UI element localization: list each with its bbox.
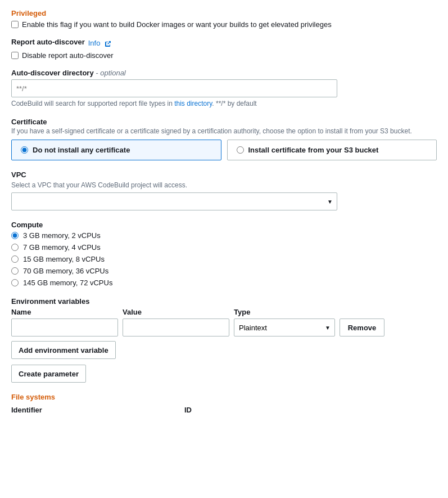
env-type-select[interactable]: Plaintext Parameter Secrets Manager: [234, 318, 335, 337]
auto-discover-directory-section: Auto-discover directory - optional CodeB…: [11, 69, 437, 107]
cert-radio-no-install[interactable]: [21, 146, 28, 154]
file-systems-id-header: ID: [184, 406, 353, 414]
compute-label-145gb: 145 GB memory, 72 vCPUs: [23, 279, 112, 287]
privileged-section: Privileged Enable this flag if you want …: [11, 9, 437, 30]
certificate-title: Certificate: [11, 118, 437, 126]
file-systems-table-header: Identifier ID: [11, 406, 437, 414]
compute-radio-7gb[interactable]: [11, 244, 19, 251]
compute-radio-70gb[interactable]: [11, 267, 19, 275]
env-table-row: Plaintext Parameter Secrets Manager ▼ Re…: [11, 318, 437, 337]
compute-option-15gb[interactable]: 15 GB memory, 8 vCPUs: [11, 255, 437, 263]
report-auto-discover-section: Report auto-discover Info Disable report…: [11, 38, 437, 61]
env-type-header: Type: [234, 308, 335, 316]
compute-radio-15gb[interactable]: [11, 255, 19, 263]
certificate-options: Do not install any certificate Install c…: [11, 140, 437, 160]
compute-label-70gb: 70 GB memory, 36 vCPUs: [23, 267, 108, 275]
compute-label-7gb: 7 GB memory, 4 vCPUs: [23, 243, 101, 252]
file-systems-section: File systems Identifier ID: [11, 393, 437, 414]
env-value-header: Value: [123, 308, 229, 316]
external-link-icon: [103, 39, 111, 47]
report-auto-discover-title: Report auto-discover: [11, 38, 85, 46]
add-env-var-btn-wrapper: Add environment variable: [11, 341, 437, 359]
privileged-checkbox-label: Enable this flag if you want to build Do…: [22, 20, 332, 30]
env-name-header: Name: [11, 308, 118, 316]
create-parameter-button[interactable]: Create parameter: [11, 365, 86, 383]
file-systems-identifier-header: Identifier: [11, 406, 180, 414]
privileged-title: Privileged: [11, 9, 437, 17]
certificate-section: Certificate If you have a self-signed ce…: [11, 118, 437, 160]
auto-discover-directory-input[interactable]: [11, 79, 337, 97]
compute-radio-145gb[interactable]: [11, 279, 19, 286]
cert-radio-install-bucket[interactable]: [237, 146, 244, 154]
file-systems-title: File systems: [11, 393, 437, 401]
vpc-select[interactable]: [11, 192, 337, 210]
add-env-var-button[interactable]: Add environment variable: [11, 341, 116, 359]
report-auto-discover-info-link[interactable]: Info: [88, 39, 101, 47]
privileged-checkbox[interactable]: [11, 21, 19, 28]
create-param-btn-wrapper: Create parameter: [11, 365, 437, 383]
compute-option-3gb[interactable]: 3 GB memory, 2 vCPUs: [11, 231, 437, 240]
vpc-description: Select a VPC that your AWS CodeBuild pro…: [11, 181, 437, 189]
cert-option-install-from-bucket[interactable]: Install certificate from your S3 bucket: [227, 140, 437, 160]
vpc-section: VPC Select a VPC that your AWS CodeBuild…: [11, 171, 437, 210]
compute-label-15gb: 15 GB memory, 8 vCPUs: [23, 255, 105, 263]
vpc-select-wrapper: ▼: [11, 192, 337, 210]
env-table-header: Name Value Type: [11, 308, 437, 316]
vpc-title: VPC: [11, 171, 437, 179]
cert-option-no-install[interactable]: Do not install any certificate: [11, 140, 221, 160]
env-vars-title: Environment variables: [11, 297, 437, 306]
environment-variables-section: Environment variables Name Value Type Pl…: [11, 297, 437, 383]
auto-discover-directory-label: Auto-discover directory - optional: [11, 69, 437, 77]
disable-report-label: Disable report auto-discover: [22, 51, 114, 61]
disable-report-checkbox-row[interactable]: Disable report auto-discover: [11, 51, 437, 61]
compute-title: Compute: [11, 221, 437, 229]
optional-label: - optional: [96, 69, 125, 77]
env-action-header: [340, 308, 384, 316]
disable-report-checkbox[interactable]: [11, 52, 19, 59]
env-type-select-wrapper: Plaintext Parameter Secrets Manager ▼: [234, 318, 335, 337]
compute-option-145gb[interactable]: 145 GB memory, 72 vCPUs: [11, 279, 437, 287]
compute-radio-3gb[interactable]: [11, 232, 19, 239]
this-directory-link[interactable]: this directory: [174, 100, 212, 107]
cert-install-bucket-label: Install certificate from your S3 bucket: [248, 146, 379, 154]
compute-section: Compute 3 GB memory, 2 vCPUs 7 GB memory…: [11, 221, 437, 287]
env-name-input[interactable]: [11, 318, 118, 337]
cert-no-install-label: Do not install any certificate: [33, 146, 130, 154]
compute-option-70gb[interactable]: 70 GB memory, 36 vCPUs: [11, 267, 437, 275]
env-value-input[interactable]: [123, 318, 229, 337]
privileged-checkbox-row[interactable]: Enable this flag if you want to build Do…: [11, 20, 437, 30]
auto-discover-directory-hint: CodeBuild will search for supported repo…: [11, 100, 437, 107]
compute-option-7gb[interactable]: 7 GB memory, 4 vCPUs: [11, 243, 437, 252]
certificate-description: If you have a self-signed certificate or…: [11, 127, 437, 135]
remove-env-var-button[interactable]: Remove: [340, 318, 384, 337]
compute-label-3gb: 3 GB memory, 2 vCPUs: [23, 231, 101, 240]
